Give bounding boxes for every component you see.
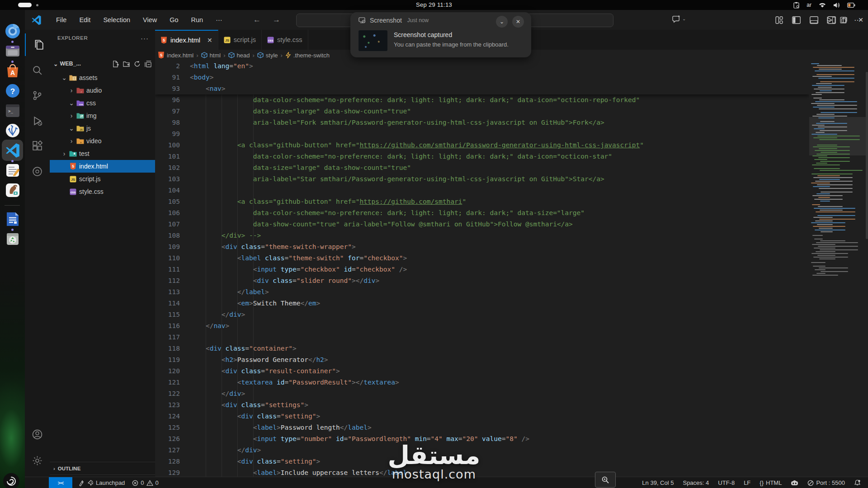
line-number[interactable]: 96 — [155, 94, 180, 106]
code-line-128[interactable]: 128 <div class="setting"> — [155, 456, 809, 467]
desktop-swirl-icon[interactable] — [3, 473, 19, 488]
breadcrumb-html[interactable]: html — [201, 52, 221, 59]
code-line-93[interactable]: 93 <nav> — [155, 83, 809, 94]
line-number[interactable]: 125 — [155, 422, 180, 433]
line-number[interactable]: 114 — [155, 298, 180, 309]
terminal-icon[interactable]: >_ — [4, 102, 21, 119]
outline-section[interactable]: › OUTLINE — [50, 462, 155, 474]
notification-expand-button[interactable]: ⌄ — [496, 16, 508, 28]
code-line-103[interactable]: 103 aria-label="Star smthari/Password-ge… — [155, 174, 809, 185]
code-line-121[interactable]: 121 <textarea id="PasswordResult"></text… — [155, 377, 809, 388]
tab-index-html[interactable]: 5index.html✕ — [155, 30, 218, 50]
screen-magnifier-indicator[interactable] — [595, 472, 616, 488]
editor-scrollbar[interactable] — [866, 61, 868, 477]
menu-edit[interactable]: Edit — [74, 14, 95, 25]
line-number[interactable]: 121 — [155, 377, 180, 388]
live-server-port-status[interactable]: Port : 5500 — [804, 477, 849, 488]
breadcrumb-index-html[interactable]: 5index.html — [158, 52, 193, 59]
breadcrumb-head[interactable]: head — [228, 52, 250, 59]
line-number[interactable]: 116 — [155, 320, 180, 332]
language-mode-status[interactable]: {} HTML — [756, 477, 785, 488]
os-status-icons[interactable]: ar — [793, 0, 855, 10]
copilot-button[interactable]: ⌄ — [672, 14, 686, 23]
code-line-127[interactable]: 127 </div> — [155, 445, 809, 456]
tree-item-audio[interactable]: ›♪audio — [50, 84, 155, 97]
minimap[interactable] — [809, 61, 866, 477]
tab-style-css[interactable]: cssstyle.css — [262, 30, 308, 50]
code-line-124[interactable]: 124 <div class="setting"> — [155, 411, 809, 422]
code-line-106[interactable]: 106 data-color-scheme="no-preference: da… — [155, 207, 809, 219]
help-icon[interactable]: ? — [4, 82, 21, 99]
activity-settings-gear[interactable] — [25, 449, 50, 472]
line-number[interactable]: 103 — [155, 174, 180, 185]
code-line-110[interactable]: 110 <label class="theme-switch" for="che… — [155, 253, 809, 264]
activity-explorer-icon[interactable] — [25, 33, 51, 56]
text-editor-icon[interactable] — [4, 162, 21, 178]
code-line-114[interactable]: 114 <em>Switch Theme</em> — [155, 298, 809, 309]
line-number[interactable]: 122 — [155, 388, 180, 399]
line-number[interactable]: 124 — [155, 411, 180, 422]
photos-app-icon[interactable] — [4, 182, 21, 198]
menu-selection[interactable]: Selection — [98, 14, 135, 25]
code-line-100[interactable]: 100 <a class="github-button" href="https… — [155, 140, 809, 151]
breadcrumb--theme-switch[interactable]: .theme-switch — [285, 52, 330, 59]
code-line-101[interactable]: 101 data-color-scheme="no-preference: da… — [155, 151, 809, 162]
line-number[interactable]: 119 — [155, 354, 180, 366]
line-number[interactable]: 111 — [155, 264, 180, 275]
refresh-icon[interactable] — [134, 61, 141, 67]
tree-item-style-css[interactable]: cssstyle.css — [50, 185, 155, 198]
code-line-119[interactable]: 119 <h2>Password Generator</h2> — [155, 354, 809, 366]
encoding-status[interactable]: UTF-8 — [714, 477, 738, 488]
code-line-126[interactable]: 126 <input type="number" id="Passwordlen… — [155, 433, 809, 445]
menu-more[interactable]: ··· — [211, 14, 227, 25]
line-number[interactable]: 128 — [155, 456, 180, 467]
activity-source-control-icon[interactable] — [25, 84, 50, 107]
line-number[interactable]: 115 — [155, 309, 180, 320]
line-number[interactable]: 100 — [155, 140, 180, 151]
trash-icon[interactable] — [4, 230, 21, 247]
line-number[interactable]: 112 — [155, 275, 180, 286]
code-line-107[interactable]: 107 data-show-count="true" aria-label="F… — [155, 219, 809, 230]
code-line-96[interactable]: 96 data-color-scheme="no-preference: dar… — [155, 94, 809, 106]
line-number[interactable]: 107 — [155, 219, 180, 230]
app-store-icon[interactable]: A — [4, 62, 21, 79]
tree-item-test[interactable]: ›test — [50, 147, 155, 160]
code-line-97[interactable]: 97 data-size="large" data-show-count="tr… — [155, 106, 809, 117]
line-number[interactable]: 106 — [155, 207, 180, 219]
code-line-122[interactable]: 122 </div> — [155, 388, 809, 399]
code-line-117[interactable]: 117 — [155, 332, 809, 343]
launchpad-status[interactable]: Launchpad — [75, 477, 128, 488]
tree-item-script-js[interactable]: JSscript.js — [50, 173, 155, 185]
activity-account[interactable] — [25, 423, 50, 446]
line-number[interactable]: 98 — [155, 117, 180, 128]
browser-icon[interactable] — [4, 23, 21, 39]
line-number[interactable]: 109 — [155, 241, 180, 253]
eol-status[interactable]: LF — [740, 477, 754, 488]
code-line-91[interactable]: 91<body> — [155, 72, 809, 83]
line-number[interactable]: 91 — [155, 72, 180, 83]
code-line-112[interactable]: 112 <div class="slider round"></div> — [155, 275, 809, 286]
breadcrumb-style[interactable]: style — [257, 52, 278, 59]
code-line-111[interactable]: 111 <input type="checkbox" id="checkbox"… — [155, 264, 809, 275]
code-line-105[interactable]: 105 <a class="github-button" href="https… — [155, 196, 809, 207]
copilot-status-icon[interactable] — [787, 477, 802, 488]
activity-remote-explorer-icon[interactable] — [25, 160, 50, 183]
os-clock[interactable]: Sep 29 11:13 — [0, 0, 868, 10]
menu-file[interactable]: File — [51, 14, 71, 25]
menu-run[interactable]: Run — [186, 14, 208, 25]
activity-search-icon[interactable] — [25, 59, 50, 81]
code-line-123[interactable]: 123 <div class="settings"> — [155, 399, 809, 411]
code-line-120[interactable]: 120 <div class="result-container"> — [155, 366, 809, 377]
new-folder-icon[interactable] — [123, 61, 130, 67]
writer-icon[interactable] — [4, 211, 21, 227]
line-number[interactable]: 118 — [155, 343, 180, 354]
files-app-icon[interactable] — [4, 42, 21, 59]
code-line-125[interactable]: 125 <label>Password length</label> — [155, 422, 809, 433]
sticky-scroll[interactable]: 2<html lang="en">91<body>93 <nav> — [155, 61, 809, 94]
code-line-98[interactable]: 98 aria-label="Fork smthari/Password-gen… — [155, 117, 809, 128]
line-number[interactable]: 104 — [155, 185, 180, 196]
toggle-sidebar-icon[interactable] — [792, 16, 801, 24]
back-button[interactable]: ← — [253, 15, 261, 24]
code-line-113[interactable]: 113 </label> — [155, 286, 809, 298]
explorer-more-actions[interactable]: ··· — [141, 34, 149, 42]
